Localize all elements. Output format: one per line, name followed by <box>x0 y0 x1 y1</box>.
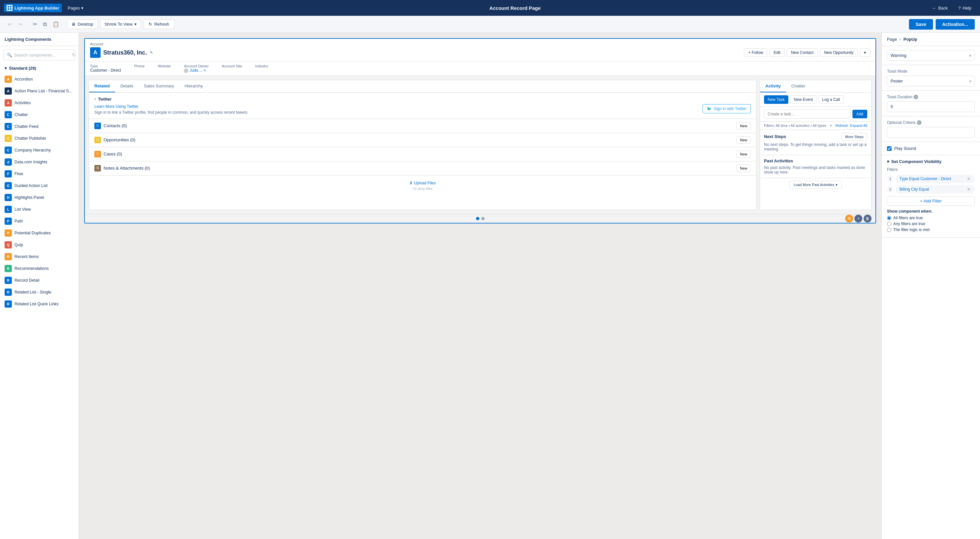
sidebar-item-list-view[interactable]: LList View <box>0 204 79 215</box>
bottom-delete-button[interactable]: 🗑 <box>864 215 872 223</box>
sidebar-item-flow[interactable]: FFlow <box>0 168 79 180</box>
sidebar-item-action-plans-list---financial-s[interactable]: AAction Plans List - Financial S... <box>0 85 79 97</box>
sidebar-item-highlights-panel[interactable]: HHighlights Panel <box>0 192 79 204</box>
related-items-list: C Contacts (0) New O Opportunities (0) N… <box>89 119 756 175</box>
account-owner-value[interactable]: Juda ... ✎ <box>184 68 208 73</box>
activation-button[interactable]: Activation... <box>935 19 975 30</box>
record-name: Stratus360, Inc. <box>103 49 147 56</box>
related-item-new-button[interactable]: New <box>737 151 751 158</box>
logo-icon <box>6 5 13 11</box>
related-item-label: C Cases (0) <box>94 151 122 157</box>
bottom-actions: ⚙ + 🗑 <box>845 215 872 223</box>
record-actions: + Follow Edit New Contact New Opportunit… <box>744 48 870 57</box>
toolbar: ↩ ↪ ✂ ⧉ 📋 🖥 Desktop Shrink To View ▾ ↻ R… <box>0 16 980 33</box>
upload-files-link[interactable]: ⬆ Upload Files <box>94 181 751 185</box>
more-actions-button[interactable]: ▾ <box>860 48 870 57</box>
task-input[interactable] <box>764 110 851 119</box>
radio-input-2[interactable] <box>887 228 891 232</box>
tab-sales-summary[interactable]: Sales Summary <box>139 80 180 92</box>
sidebar-item-quip[interactable]: QQuip <box>0 239 79 251</box>
new-contact-button[interactable]: New Contact <box>787 48 818 57</box>
radio-input-1[interactable] <box>887 222 891 226</box>
related-item-new-button[interactable]: New <box>737 122 751 129</box>
sidebar-item-related-list-quick-links[interactable]: RRelated List Quick Links <box>0 298 79 310</box>
past-activities-title: Past Activities <box>764 158 793 163</box>
activity-tab-activity[interactable]: Activity <box>760 80 786 92</box>
sidebar-item-activities[interactable]: AActivities <box>0 97 79 109</box>
sidebar-item-accordion[interactable]: AAccordion <box>0 73 79 85</box>
sidebar-item-chatter-publisher[interactable]: CChatter Publisher <box>0 132 79 144</box>
warning-select[interactable]: Warning Error Info Success <box>887 50 975 61</box>
twitter-learn-link[interactable]: Learn More Using Twitter <box>94 104 248 109</box>
edit-button[interactable]: Edit <box>769 48 785 57</box>
sidebar-item-record-detail[interactable]: RRecord Detail <box>0 274 79 286</box>
play-sound-checkbox[interactable] <box>887 146 892 151</box>
undo-button[interactable]: ↩ <box>5 19 15 29</box>
help-button[interactable]: ? Help <box>954 4 976 13</box>
activity-tabs: ActivityChatter <box>760 80 871 93</box>
sidebar-item-company-hierarchy[interactable]: CCompany Hierarchy <box>0 144 79 156</box>
refresh-link[interactable]: Refresh <box>835 124 848 127</box>
sidebar-item-path[interactable]: PPath <box>0 215 79 227</box>
related-item-new-button[interactable]: New <box>737 137 751 144</box>
add-task-button[interactable]: Add <box>853 110 867 118</box>
standard-section-toggle[interactable]: ▾ Standard (29) <box>5 64 74 72</box>
sidebar-item-recent-items[interactable]: RRecent Items <box>0 251 79 262</box>
refresh-button[interactable]: ↻ Refresh <box>144 19 174 29</box>
activity-action-new-event[interactable]: New Event <box>790 95 817 104</box>
load-more-button[interactable]: Load More Past Activities ▾ <box>789 181 842 189</box>
bottom-add-button[interactable]: + <box>854 215 862 223</box>
tab-related[interactable]: Related <box>89 80 115 92</box>
sidebar-item-chatter[interactable]: CChatter <box>0 109 79 121</box>
tab-hierarchy[interactable]: Hierarchy <box>179 80 208 92</box>
view-selector[interactable]: Shrink To View ▾ <box>100 19 142 29</box>
device-selector[interactable]: 🖥 Desktop <box>67 19 98 29</box>
cut-button[interactable]: ✂ <box>30 19 40 29</box>
desktop-icon: 🖥 <box>72 22 76 27</box>
account-owner-label: Account Owner <box>184 64 208 68</box>
more-steps-button[interactable]: More Steps <box>842 133 867 140</box>
sidebar-item-datacom-insights[interactable]: dData.com Insights <box>0 156 79 168</box>
expand-link[interactable]: Expand All <box>850 124 867 127</box>
related-item-new-button[interactable]: New <box>737 165 751 172</box>
visibility-header[interactable]: ▾ Set Component Visibility <box>887 159 975 164</box>
optional-criteria-input[interactable] <box>887 127 975 138</box>
task-input-row: Add <box>760 107 871 122</box>
related-item-icon: C <box>94 122 101 129</box>
help-icon: ? <box>958 6 961 11</box>
filter-1-remove-button[interactable]: ✕ <box>967 176 971 181</box>
optional-criteria-info-icon[interactable]: i <box>917 120 921 125</box>
radio-input-0[interactable] <box>887 216 891 220</box>
sidebar-item-related-list---single[interactable]: RRelated List - Single <box>0 286 79 298</box>
breadcrumb-page: Page <box>887 37 897 42</box>
radio-option-0: All filters are true <box>887 216 975 220</box>
activity-action-new-task[interactable]: New Task <box>764 95 788 104</box>
activity-action-log-a-call[interactable]: Log a Call <box>819 95 843 104</box>
activity-actions: New TaskNew EventLog a Call <box>760 93 871 107</box>
sidebar-item-chatter-feed[interactable]: CChatter Feed <box>0 121 79 132</box>
svg-rect-3 <box>10 8 11 10</box>
pages-menu[interactable]: Pages ▾ <box>64 4 87 12</box>
copy-button[interactable]: ⧉ <box>40 19 49 29</box>
activity-tab-chatter[interactable]: Chatter <box>786 80 811 92</box>
sidebar-item-guided-action-list[interactable]: GGuided Action List <box>0 180 79 192</box>
svg-rect-0 <box>8 6 9 8</box>
follow-button[interactable]: + Follow <box>744 48 767 57</box>
redo-button[interactable]: ↪ <box>16 19 25 29</box>
twitter-sign-button[interactable]: 🐦 Sign in with Twitter <box>703 104 751 113</box>
search-input[interactable] <box>14 52 69 57</box>
toast-duration-info-icon[interactable]: i <box>913 95 918 99</box>
filter-2-remove-button[interactable]: ✕ <box>967 187 971 192</box>
paste-button[interactable]: 📋 <box>50 19 62 29</box>
tab-details[interactable]: Details <box>115 80 139 92</box>
add-filter-button[interactable]: + Add Filter <box>887 196 975 206</box>
sidebar-item-recommendations[interactable]: RRecommendations <box>0 262 79 274</box>
new-opportunity-button[interactable]: New Opportunity <box>820 48 858 57</box>
sidebar-item-potential-duplicates[interactable]: PPotential Duplicates <box>0 227 79 239</box>
sidebar-refresh-button[interactable]: ↻ <box>72 52 76 58</box>
toast-duration-input[interactable] <box>887 101 975 112</box>
bottom-orange-button[interactable]: ⚙ <box>845 215 853 223</box>
toast-mode-select[interactable]: Pester Dismissible Sticky <box>887 76 975 86</box>
save-button[interactable]: Save <box>909 19 933 30</box>
back-button[interactable]: ← Back <box>928 4 952 13</box>
